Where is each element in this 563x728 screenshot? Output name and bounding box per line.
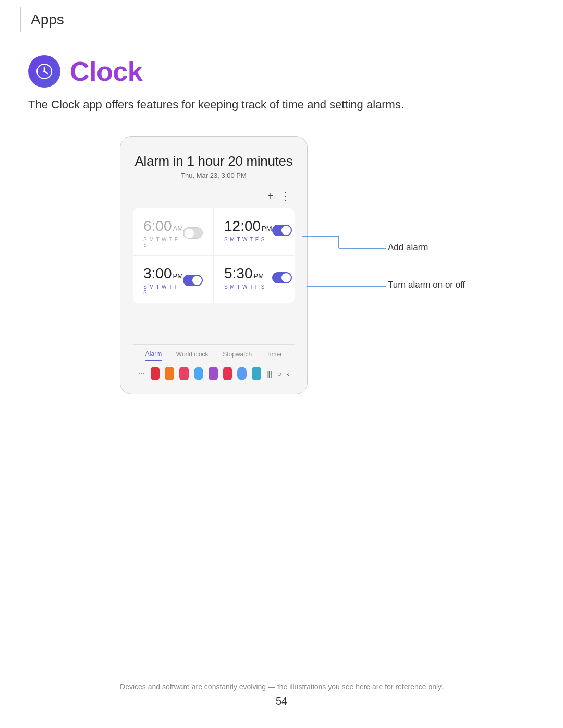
app-icon-1 [151,367,160,380]
alarm-days: S M T W T F S [143,237,183,248]
app-dock: ⋯ ||| ○ ‹ [133,365,295,382]
alarm-item: 12:00 PM S M T W T F S [214,208,295,256]
alarm-time-value: 12:00 [224,218,261,235]
alarm-toggle[interactable] [272,272,292,283]
recents-button[interactable]: ||| [266,369,272,378]
apps-breadcrumb: Apps [31,7,64,32]
page-number: 54 [0,695,563,707]
add-alarm-callout-label: Add alarm [388,242,428,253]
app-icon-3 [179,367,189,380]
app-icon-2 [165,367,174,380]
phone-screenshot: Alarm in 1 hour 20 minutes Thu, Mar 23, … [120,136,308,394]
footer-note: Devices and software are constantly evol… [0,683,563,691]
alarm-item: 6:00 AM S M T W T F S [133,208,214,256]
alarm-toggle[interactable] [183,227,203,239]
tab-stopwatch[interactable]: Stopwatch [223,351,252,360]
clock-app-icon [28,55,60,88]
alarm-ampm: PM [262,225,272,232]
alarm-countdown-title: Alarm in 1 hour 20 minutes [133,153,295,169]
tab-alarm[interactable]: Alarm [145,350,162,361]
alarm-tabs: Alarm World clock Stopwatch Timer [133,350,295,361]
alarm-ampm: PM [173,272,183,280]
alarm-days: S M T W T F S [224,284,265,290]
alarm-ampm: PM [254,272,264,280]
alarm-item: 5:30 PM S M T W T F S [214,256,295,303]
alarm-days: S M T W T F S [224,237,272,242]
page-footer: Devices and software are constantly evol… [0,683,563,707]
more-options-button[interactable]: ⋮ [280,190,290,202]
alarm-list: 6:00 AM S M T W T F S [133,208,295,303]
clock-description: The Clock app offers features for keepin… [28,96,456,113]
alarm-toggle[interactable] [183,275,203,286]
app-icon-8 [252,367,261,380]
alarm-days: S M T W T F S [143,284,183,295]
alarm-ampm: AM [173,225,183,232]
svg-point-3 [43,70,45,72]
turn-alarm-callout-label: Turn alarm on or off [388,280,465,290]
page-title: Clock [70,56,142,87]
app-icon-6 [223,367,232,380]
app-icon-7 [237,367,247,380]
alarm-time-value: 5:30 [224,265,253,282]
alarm-time-value: 6:00 [143,218,172,235]
tab-timer[interactable]: Timer [266,351,282,360]
app-icon-5 [209,367,218,380]
app-icon-4 [194,367,203,380]
alarm-item: 3:00 PM S M T W T F S [133,256,214,303]
tab-worldclock[interactable]: World clock [176,351,209,360]
back-button[interactable]: ‹ [287,369,289,378]
alarm-toggle[interactable] [272,225,292,236]
alarm-countdown-subtitle: Thu, Mar 23, 3:00 PM [133,171,295,179]
alarm-time-value: 3:00 [143,265,172,282]
add-alarm-button[interactable]: + [267,190,274,202]
home-button[interactable]: ○ [277,369,282,378]
apps-grid-icon: ⋯ [138,368,145,379]
